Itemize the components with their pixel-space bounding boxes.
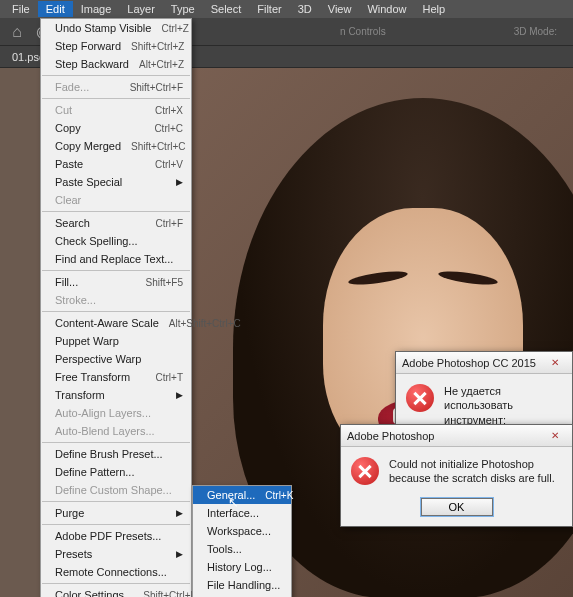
menu-item-label: File Handling... bbox=[207, 579, 283, 591]
menubar: FileEditImageLayerTypeSelectFilter3DView… bbox=[0, 0, 573, 18]
menu-select[interactable]: Select bbox=[203, 1, 250, 17]
menu-item[interactable]: Presets▶ bbox=[41, 545, 191, 563]
menu-view[interactable]: View bbox=[320, 1, 360, 17]
menu-item-label: Purge bbox=[55, 507, 170, 519]
submenu-arrow-icon: ▶ bbox=[176, 508, 183, 518]
menu-shortcut: Alt+Shift+Ctrl+C bbox=[169, 318, 241, 329]
controls-label: n Controls bbox=[340, 26, 386, 37]
menu-item-label: Presets bbox=[55, 548, 170, 560]
menu-item-label: Tools... bbox=[207, 543, 283, 555]
dialog-message: Could not initialize Photoshop because t… bbox=[389, 457, 562, 486]
menu-item[interactable]: Content-Aware ScaleAlt+Shift+Ctrl+C bbox=[41, 314, 191, 332]
menu-separator bbox=[42, 311, 190, 312]
menu-item-label: Copy bbox=[55, 122, 144, 134]
menu-shortcut: Ctrl+F bbox=[156, 218, 184, 229]
menu-item[interactable]: Workspace... bbox=[193, 522, 291, 540]
dialog-title: Adobe Photoshop CC 2015 bbox=[402, 357, 544, 369]
menu-type[interactable]: Type bbox=[163, 1, 203, 17]
menu-item[interactable]: Find and Replace Text... bbox=[41, 250, 191, 268]
menu-shortcut: Ctrl+C bbox=[154, 123, 183, 134]
menu-item[interactable]: Step BackwardAlt+Ctrl+Z bbox=[41, 55, 191, 73]
menu-item-label: Fill... bbox=[55, 276, 135, 288]
menu-item[interactable]: Step ForwardShift+Ctrl+Z bbox=[41, 37, 191, 55]
menu-separator bbox=[42, 583, 190, 584]
menu-layer[interactable]: Layer bbox=[119, 1, 163, 17]
menu-item-label: Workspace... bbox=[207, 525, 283, 537]
menu-item-label: Auto-Align Layers... bbox=[55, 407, 183, 419]
menu-item-label: Undo Stamp Visible bbox=[55, 22, 151, 34]
menu-shortcut: Alt+Ctrl+Z bbox=[139, 59, 184, 70]
dialog-titlebar[interactable]: Adobe Photoshop ✕ bbox=[341, 425, 572, 447]
menu-item[interactable]: Undo Stamp VisibleCtrl+Z bbox=[41, 19, 191, 37]
menu-shortcut: Shift+Ctrl+Z bbox=[131, 41, 184, 52]
submenu-arrow-icon: ▶ bbox=[176, 549, 183, 559]
menu-item[interactable]: Transform▶ bbox=[41, 386, 191, 404]
menu-item[interactable]: Perspective Warp bbox=[41, 350, 191, 368]
menu-item[interactable]: General...Ctrl+K bbox=[193, 486, 291, 504]
menu-item[interactable]: Adobe PDF Presets... bbox=[41, 527, 191, 545]
menu-item[interactable]: Copy MergedShift+Ctrl+C bbox=[41, 137, 191, 155]
dialog-titlebar[interactable]: Adobe Photoshop CC 2015 ✕ bbox=[396, 352, 572, 374]
menu-item[interactable]: Check Spelling... bbox=[41, 232, 191, 250]
menu-item-label: Color Settings... bbox=[55, 589, 133, 597]
close-icon[interactable]: ✕ bbox=[544, 355, 566, 371]
menu-item[interactable]: Interface... bbox=[193, 504, 291, 522]
menu-item-label: Transform bbox=[55, 389, 170, 401]
model-label: 3D Mode: bbox=[514, 26, 557, 37]
dialog-title: Adobe Photoshop bbox=[347, 430, 544, 442]
menu-item[interactable]: PasteCtrl+V bbox=[41, 155, 191, 173]
menu-item[interactable]: Puppet Warp bbox=[41, 332, 191, 350]
menu-item-label: Fade... bbox=[55, 81, 120, 93]
menu-item-label: Paste bbox=[55, 158, 145, 170]
ok-button[interactable]: OK bbox=[421, 498, 493, 516]
menu-image[interactable]: Image bbox=[73, 1, 120, 17]
close-icon[interactable]: ✕ bbox=[544, 428, 566, 444]
menu-item[interactable]: Define Pattern... bbox=[41, 463, 191, 481]
submenu-arrow-icon: ▶ bbox=[176, 390, 183, 400]
menu-item[interactable]: Remote Connections... bbox=[41, 563, 191, 581]
menu-shortcut: Ctrl+X bbox=[155, 105, 183, 116]
menu-item-label: Paste Special bbox=[55, 176, 170, 188]
menu-item[interactable]: History Log... bbox=[193, 558, 291, 576]
menu-edit[interactable]: Edit bbox=[38, 1, 73, 17]
menu-item-label: Clear bbox=[55, 194, 183, 206]
menu-item-label: Define Brush Preset... bbox=[55, 448, 183, 460]
menu-item-label: Puppet Warp bbox=[55, 335, 183, 347]
menu-item[interactable]: Color Settings...Shift+Ctrl+K bbox=[41, 586, 191, 597]
menu-file[interactable]: File bbox=[4, 1, 38, 17]
menu-item-label: Step Forward bbox=[55, 40, 121, 52]
menu-item-label: Perspective Warp bbox=[55, 353, 183, 365]
menu-shortcut: Ctrl+K bbox=[265, 490, 293, 501]
menu-3d[interactable]: 3D bbox=[290, 1, 320, 17]
menu-item[interactable]: CopyCtrl+C bbox=[41, 119, 191, 137]
menu-item[interactable]: SearchCtrl+F bbox=[41, 214, 191, 232]
menu-shortcut: Ctrl+V bbox=[155, 159, 183, 170]
menu-separator bbox=[42, 501, 190, 502]
menu-filter[interactable]: Filter bbox=[249, 1, 289, 17]
menu-item-label: Free Transform bbox=[55, 371, 146, 383]
menu-item-label: Find and Replace Text... bbox=[55, 253, 183, 265]
home-icon[interactable]: ⌂ bbox=[8, 23, 26, 41]
menu-separator bbox=[42, 75, 190, 76]
menu-help[interactable]: Help bbox=[415, 1, 454, 17]
menu-item[interactable]: Free TransformCtrl+T bbox=[41, 368, 191, 386]
menu-item[interactable]: Fill...Shift+F5 bbox=[41, 273, 191, 291]
menu-item-label: General... bbox=[207, 489, 255, 501]
menu-item[interactable]: Tools... bbox=[193, 540, 291, 558]
menu-item-label: Cut bbox=[55, 104, 145, 116]
menu-item-label: Interface... bbox=[207, 507, 283, 519]
menu-item[interactable]: File Handling... bbox=[193, 576, 291, 594]
error-dialog-2: Adobe Photoshop ✕ Could not initialize P… bbox=[340, 424, 573, 527]
menu-item[interactable]: Purge▶ bbox=[41, 504, 191, 522]
menu-item-label: Check Spelling... bbox=[55, 235, 183, 247]
menu-shortcut: Shift+Ctrl+F bbox=[130, 82, 183, 93]
menu-separator bbox=[42, 98, 190, 99]
menu-separator bbox=[42, 524, 190, 525]
menu-item: Fade...Shift+Ctrl+F bbox=[41, 78, 191, 96]
menu-item[interactable]: Paste Special▶ bbox=[41, 173, 191, 191]
menu-item: Clear bbox=[41, 191, 191, 209]
menu-item[interactable]: Define Brush Preset... bbox=[41, 445, 191, 463]
menu-item-label: Define Pattern... bbox=[55, 466, 183, 478]
menu-window[interactable]: Window bbox=[359, 1, 414, 17]
menu-item-label: Adobe PDF Presets... bbox=[55, 530, 183, 542]
